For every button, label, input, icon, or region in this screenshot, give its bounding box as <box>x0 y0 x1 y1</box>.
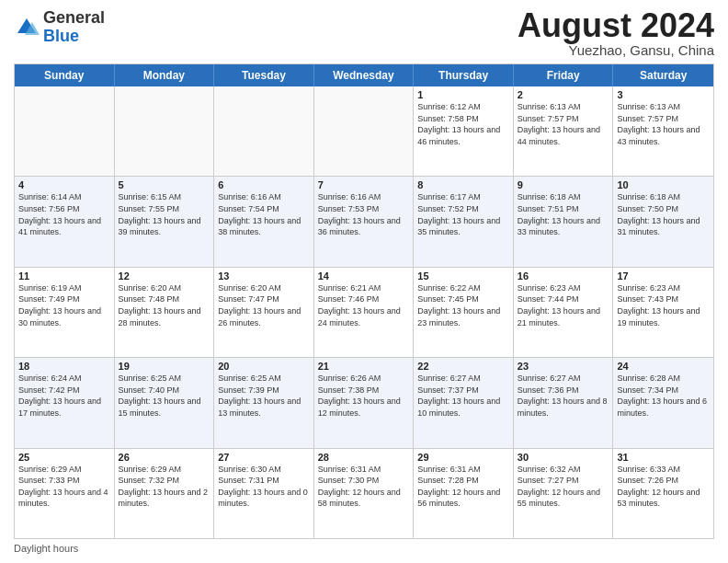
empty-cell <box>115 86 215 176</box>
day-cell-24: 24Sunrise: 6:28 AM Sunset: 7:34 PM Dayli… <box>613 358 713 447</box>
day-info: Sunrise: 6:16 AM Sunset: 7:53 PM Dayligh… <box>318 191 410 237</box>
day-cell-3: 3Sunrise: 6:13 AM Sunset: 7:57 PM Daylig… <box>613 86 713 176</box>
day-info: Sunrise: 6:16 AM Sunset: 7:54 PM Dayligh… <box>218 191 310 237</box>
day-cell-25: 25Sunrise: 6:29 AM Sunset: 7:33 PM Dayli… <box>15 449 115 538</box>
day-number: 25 <box>18 452 110 463</box>
day-cell-29: 29Sunrise: 6:31 AM Sunset: 7:28 PM Dayli… <box>414 449 514 538</box>
day-number: 4 <box>18 179 110 190</box>
day-number: 21 <box>318 361 410 372</box>
calendar-week-2: 4Sunrise: 6:14 AM Sunset: 7:56 PM Daylig… <box>15 177 713 267</box>
day-cell-11: 11Sunrise: 6:19 AM Sunset: 7:49 PM Dayli… <box>15 268 115 357</box>
day-info: Sunrise: 6:18 AM Sunset: 7:50 PM Dayligh… <box>617 191 710 237</box>
day-info: Sunrise: 6:31 AM Sunset: 7:28 PM Dayligh… <box>417 464 509 510</box>
day-cell-17: 17Sunrise: 6:23 AM Sunset: 7:43 PM Dayli… <box>613 268 713 357</box>
day-cell-22: 22Sunrise: 6:27 AM Sunset: 7:37 PM Dayli… <box>414 358 514 447</box>
day-info: Sunrise: 6:31 AM Sunset: 7:30 PM Dayligh… <box>318 464 410 510</box>
day-cell-12: 12Sunrise: 6:20 AM Sunset: 7:48 PM Dayli… <box>115 268 215 357</box>
day-number: 31 <box>617 452 710 463</box>
day-info: Sunrise: 6:28 AM Sunset: 7:34 PM Dayligh… <box>617 373 710 419</box>
day-info: Sunrise: 6:17 AM Sunset: 7:52 PM Dayligh… <box>417 191 509 237</box>
empty-cell <box>214 86 314 176</box>
day-number: 6 <box>218 179 310 190</box>
logo-blue-text: Blue <box>43 27 79 45</box>
day-cell-10: 10Sunrise: 6:18 AM Sunset: 7:50 PM Dayli… <box>613 177 713 266</box>
day-cell-8: 8Sunrise: 6:17 AM Sunset: 7:52 PM Daylig… <box>414 177 514 266</box>
day-info: Sunrise: 6:23 AM Sunset: 7:44 PM Dayligh… <box>518 282 609 328</box>
day-cell-4: 4Sunrise: 6:14 AM Sunset: 7:56 PM Daylig… <box>15 177 115 266</box>
day-cell-9: 9Sunrise: 6:18 AM Sunset: 7:51 PM Daylig… <box>514 177 614 266</box>
day-info: Sunrise: 6:15 AM Sunset: 7:55 PM Dayligh… <box>119 191 210 237</box>
empty-cell <box>314 86 415 176</box>
day-info: Sunrise: 6:18 AM Sunset: 7:51 PM Dayligh… <box>518 191 609 237</box>
day-cell-30: 30Sunrise: 6:32 AM Sunset: 7:27 PM Dayli… <box>514 449 614 538</box>
day-cell-7: 7Sunrise: 6:16 AM Sunset: 7:53 PM Daylig… <box>314 177 415 266</box>
day-info: Sunrise: 6:32 AM Sunset: 7:27 PM Dayligh… <box>518 464 609 510</box>
day-cell-21: 21Sunrise: 6:26 AM Sunset: 7:38 PM Dayli… <box>314 358 415 447</box>
day-cell-27: 27Sunrise: 6:30 AM Sunset: 7:31 PM Dayli… <box>214 449 314 538</box>
day-cell-26: 26Sunrise: 6:29 AM Sunset: 7:32 PM Dayli… <box>115 449 215 538</box>
day-number: 1 <box>417 89 509 100</box>
day-cell-5: 5Sunrise: 6:15 AM Sunset: 7:55 PM Daylig… <box>115 177 215 266</box>
day-cell-1: 1Sunrise: 6:12 AM Sunset: 7:58 PM Daylig… <box>414 86 514 176</box>
day-cell-20: 20Sunrise: 6:25 AM Sunset: 7:39 PM Dayli… <box>214 358 314 447</box>
empty-cell <box>15 86 115 176</box>
day-number: 14 <box>318 270 410 282</box>
day-of-week-friday: Friday <box>514 64 614 86</box>
day-of-week-wednesday: Wednesday <box>314 64 415 86</box>
day-number: 26 <box>119 452 210 463</box>
day-info: Sunrise: 6:19 AM Sunset: 7:49 PM Dayligh… <box>18 282 110 328</box>
day-of-week-monday: Monday <box>115 64 215 86</box>
day-number: 16 <box>518 270 609 282</box>
day-number: 19 <box>119 361 210 372</box>
day-info: Sunrise: 6:23 AM Sunset: 7:43 PM Dayligh… <box>617 282 710 328</box>
day-number: 23 <box>518 361 609 372</box>
day-number: 10 <box>617 179 710 190</box>
day-number: 28 <box>318 452 410 463</box>
calendar-week-1: 1Sunrise: 6:12 AM Sunset: 7:58 PM Daylig… <box>15 86 713 177</box>
footer-note: Daylight hours <box>14 543 714 554</box>
day-cell-2: 2Sunrise: 6:13 AM Sunset: 7:57 PM Daylig… <box>514 86 614 176</box>
day-of-week-sunday: Sunday <box>15 64 115 86</box>
day-info: Sunrise: 6:13 AM Sunset: 7:57 PM Dayligh… <box>518 101 609 147</box>
header: General Blue August 2024 Yuezhao, Gansu,… <box>14 9 714 58</box>
day-info: Sunrise: 6:27 AM Sunset: 7:37 PM Dayligh… <box>417 373 509 419</box>
day-cell-16: 16Sunrise: 6:23 AM Sunset: 7:44 PM Dayli… <box>514 268 614 357</box>
day-number: 30 <box>518 452 609 463</box>
day-number: 8 <box>417 179 509 190</box>
day-info: Sunrise: 6:24 AM Sunset: 7:42 PM Dayligh… <box>18 373 110 419</box>
day-number: 9 <box>518 179 609 190</box>
calendar-header-row: SundayMondayTuesdayWednesdayThursdayFrid… <box>15 64 713 86</box>
day-number: 24 <box>617 361 710 372</box>
calendar-title: August 2024 <box>518 9 714 42</box>
day-cell-19: 19Sunrise: 6:25 AM Sunset: 7:40 PM Dayli… <box>115 358 215 447</box>
day-cell-23: 23Sunrise: 6:27 AM Sunset: 7:36 PM Dayli… <box>514 358 614 447</box>
day-number: 20 <box>218 361 310 372</box>
day-info: Sunrise: 6:33 AM Sunset: 7:26 PM Dayligh… <box>617 464 710 510</box>
day-info: Sunrise: 6:14 AM Sunset: 7:56 PM Dayligh… <box>18 191 110 237</box>
day-cell-14: 14Sunrise: 6:21 AM Sunset: 7:46 PM Dayli… <box>314 268 415 357</box>
page: General Blue August 2024 Yuezhao, Gansu,… <box>0 0 728 563</box>
day-cell-6: 6Sunrise: 6:16 AM Sunset: 7:54 PM Daylig… <box>214 177 314 266</box>
day-info: Sunrise: 6:25 AM Sunset: 7:40 PM Dayligh… <box>119 373 210 419</box>
calendar-location: Yuezhao, Gansu, China <box>518 42 714 58</box>
day-info: Sunrise: 6:21 AM Sunset: 7:46 PM Dayligh… <box>318 282 410 328</box>
day-info: Sunrise: 6:29 AM Sunset: 7:33 PM Dayligh… <box>18 464 110 510</box>
day-number: 5 <box>119 179 210 190</box>
day-number: 12 <box>119 270 210 282</box>
day-number: 27 <box>218 452 310 463</box>
day-number: 2 <box>518 89 609 100</box>
day-cell-31: 31Sunrise: 6:33 AM Sunset: 7:26 PM Dayli… <box>613 449 713 538</box>
day-of-week-saturday: Saturday <box>613 64 713 86</box>
day-of-week-tuesday: Tuesday <box>214 64 314 86</box>
day-info: Sunrise: 6:22 AM Sunset: 7:45 PM Dayligh… <box>417 282 509 328</box>
day-info: Sunrise: 6:27 AM Sunset: 7:36 PM Dayligh… <box>518 373 609 419</box>
day-info: Sunrise: 6:13 AM Sunset: 7:57 PM Dayligh… <box>617 101 710 147</box>
day-cell-28: 28Sunrise: 6:31 AM Sunset: 7:30 PM Dayli… <box>314 449 415 538</box>
day-info: Sunrise: 6:20 AM Sunset: 7:48 PM Dayligh… <box>119 282 210 328</box>
day-number: 15 <box>417 270 509 282</box>
calendar-body: 1Sunrise: 6:12 AM Sunset: 7:58 PM Daylig… <box>15 86 713 538</box>
day-number: 7 <box>318 179 410 190</box>
day-cell-15: 15Sunrise: 6:22 AM Sunset: 7:45 PM Dayli… <box>414 268 514 357</box>
day-number: 22 <box>417 361 509 372</box>
day-number: 29 <box>417 452 509 463</box>
